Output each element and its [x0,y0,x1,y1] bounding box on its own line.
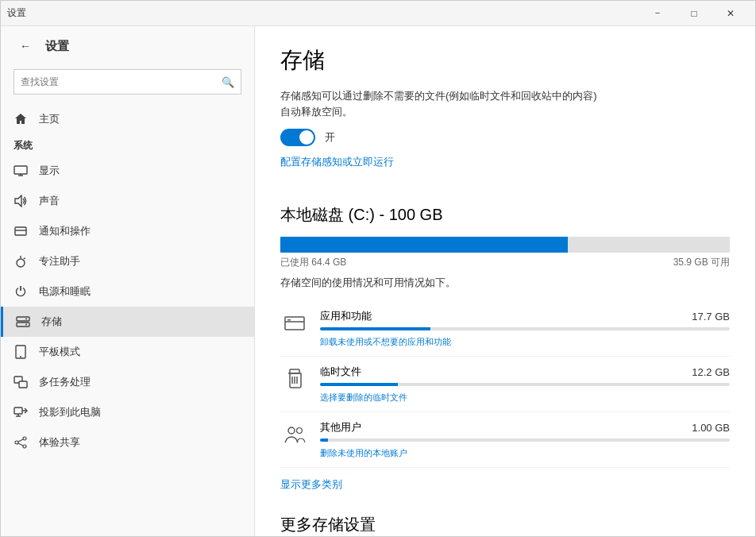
sidebar-item-project[interactable]: 投影到此电脑 [1,397,254,427]
apps-bar [320,327,730,330]
close-button[interactable]: ✕ [712,1,749,26]
svg-point-6 [17,259,25,267]
page-title: 存储 [280,45,730,75]
disk-used-label: 已使用 64.4 GB [280,256,346,269]
apps-bar-fill [320,327,430,330]
sidebar-item-power[interactable]: 电源和睡眠 [1,276,254,307]
storage-icon [16,315,30,329]
svg-rect-28 [287,319,291,321]
category-temp[interactable]: 临时文件 12.2 GB 选择要删除的临时文件 [280,357,730,412]
other-sub-link[interactable]: 删除未使用的本地账户 [320,448,407,458]
other-bar [320,438,730,442]
category-apps[interactable]: 应用和功能 17.7 GB 卸载未使用或不想要的应用和功能 [280,301,730,357]
temp-name: 临时文件 [320,365,361,379]
sidebar-item-focus[interactable]: 专注助手 [1,246,254,276]
sidebar-title: 设置 [45,39,69,54]
search-box[interactable]: 🔍 [14,69,241,95]
svg-point-34 [297,428,303,434]
other-name: 其他用户 [320,420,361,435]
search-icon: 🔍 [222,76,234,88]
configure-link[interactable]: 配置存储感知或立即运行 [280,155,394,169]
notification-label: 通知和操作 [39,224,91,238]
power-icon [14,284,28,299]
svg-rect-16 [19,381,27,388]
home-label: 主页 [39,112,60,126]
disk-free-label: 35.9 GB 可用 [673,256,730,269]
svg-line-24 [18,439,23,442]
temp-sub-link[interactable]: 选择要删除的临时文件 [320,392,407,402]
storage-description: 存储感知可以通过删除不需要的文件(例如临时文件和回收站中的内容)自动释放空间。 [280,88,730,119]
more-settings-title: 更多存储设置 [280,514,730,535]
focus-label: 专注助手 [39,254,80,268]
sidebar-item-home[interactable]: 主页 [1,104,254,134]
project-label: 投影到此电脑 [39,405,101,419]
display-icon [14,164,28,178]
sidebar-item-multitask[interactable]: 多任务处理 [1,367,254,397]
svg-rect-9 [17,317,29,321]
sidebar-item-notification[interactable]: 通知和操作 [1,216,254,246]
focus-icon [14,254,28,268]
disk-info-row: 已使用 64.4 GB 35.9 GB 可用 [280,256,730,269]
other-details: 其他用户 1.00 GB 删除未使用的本地账户 [320,420,730,459]
apps-details: 应用和功能 17.7 GB 卸载未使用或不想要的应用和功能 [320,309,730,348]
titlebar: 设置 － □ ✕ [1,1,755,26]
sound-label: 声音 [39,194,60,208]
svg-point-11 [25,319,27,320]
svg-line-8 [24,258,25,260]
maximize-button[interactable]: □ [676,1,712,26]
content-area: ← 设置 🔍 主页 系统 [1,26,755,536]
sidebar-item-display[interactable]: 显示 [1,156,254,186]
category-other[interactable]: 其他用户 1.00 GB 删除未使用的本地账户 [280,412,730,468]
temp-details: 临时文件 12.2 GB 选择要删除的临时文件 [320,365,730,404]
storage-sense-toggle[interactable] [280,129,315,146]
sound-icon [14,194,28,208]
sidebar-header: ← 设置 [1,26,254,66]
svg-line-25 [18,443,23,446]
svg-rect-0 [14,166,27,174]
apps-name-row: 应用和功能 17.7 GB [320,309,730,323]
sidebar-item-share[interactable]: 体验共享 [1,427,254,458]
other-bar-fill [320,438,328,442]
temp-bar-fill [320,383,398,386]
svg-rect-17 [14,408,22,414]
svg-rect-10 [17,323,29,326]
svg-rect-26 [285,317,304,330]
apps-size: 17.7 GB [692,311,730,323]
sidebar-item-storage[interactable]: 存储 [1,307,254,337]
system-section-label: 系统 [1,134,254,156]
more-categories-link[interactable]: 显示更多类别 [280,477,342,492]
toggle-row: 开 [280,129,730,146]
toggle-label: 开 [325,130,335,145]
sidebar-item-sound[interactable]: 声音 [1,186,254,216]
disk-bar-fill [280,237,568,253]
share-icon [14,435,28,450]
tablet-icon [14,345,28,359]
disk-section-title: 本地磁盘 (C:) - 100 GB [280,204,730,226]
notification-icon [14,224,28,238]
apps-icon [280,309,309,338]
svg-point-23 [23,445,26,448]
other-size: 1.00 GB [692,422,730,434]
apps-name: 应用和功能 [320,309,372,323]
svg-point-21 [23,437,26,440]
share-label: 体验共享 [39,435,80,450]
multitask-label: 多任务处理 [39,375,91,389]
svg-point-14 [20,356,21,357]
minimize-button[interactable]: － [639,1,676,26]
back-button[interactable]: ← [14,34,37,58]
sidebar-item-tablet[interactable]: 平板模式 [1,337,254,367]
svg-marker-3 [15,195,21,207]
temp-name-row: 临时文件 12.2 GB [320,365,730,379]
home-icon [14,112,28,126]
svg-point-33 [288,427,295,434]
apps-sub-link[interactable]: 卸载未使用或不想要的应用和功能 [320,337,451,346]
svg-point-12 [25,324,27,326]
titlebar-title: 设置 [7,6,639,20]
svg-rect-4 [15,227,26,235]
titlebar-controls: － □ ✕ [639,1,749,26]
temp-bar [320,383,730,386]
other-name-row: 其他用户 1.00 GB [320,420,730,435]
storage-label: 存储 [41,315,62,329]
temp-icon [280,365,309,393]
search-input[interactable] [21,76,222,87]
